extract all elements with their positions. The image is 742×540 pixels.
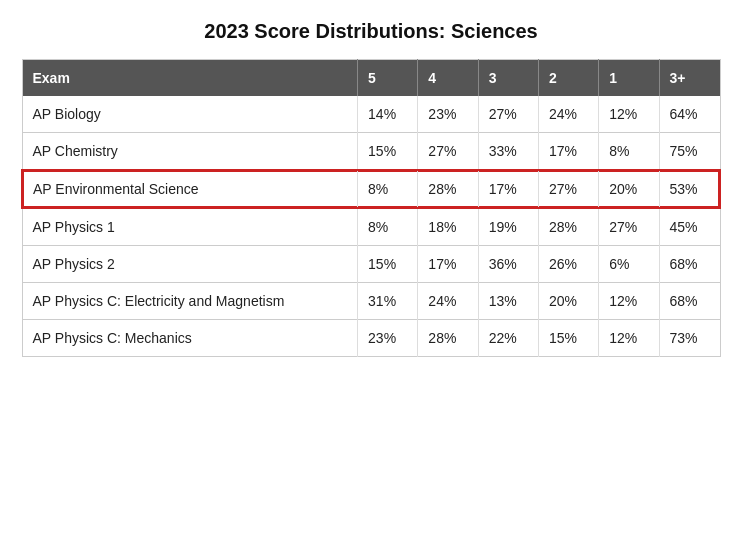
score-value: 13% [478,283,538,320]
score-value: 27% [418,133,478,171]
col-header-3: 3 [478,60,538,97]
exam-name: AP Physics C: Mechanics [22,320,358,357]
table-row: AP Chemistry15%27%33%17%8%75% [22,133,720,171]
score-value: 6% [599,246,659,283]
score-value: 36% [478,246,538,283]
score-value: 20% [599,170,659,208]
score-value: 28% [418,320,478,357]
exam-name: AP Physics C: Electricity and Magnetism [22,283,358,320]
col-header-2: 2 [538,60,598,97]
table-row: AP Biology14%23%27%24%12%64% [22,96,720,133]
score-value: 20% [538,283,598,320]
table-row: AP Physics 215%17%36%26%6%68% [22,246,720,283]
score-value: 19% [478,208,538,246]
score-value: 15% [538,320,598,357]
score-value: 12% [599,96,659,133]
score-value: 27% [538,170,598,208]
score-value: 8% [358,208,418,246]
score-value: 24% [538,96,598,133]
score-value: 23% [358,320,418,357]
page-title: 2023 Score Distributions: Sciences [21,20,721,43]
score-value: 75% [659,133,720,171]
score-value: 26% [538,246,598,283]
table-row: AP Physics C: Mechanics23%28%22%15%12%73… [22,320,720,357]
score-value: 18% [418,208,478,246]
score-value: 23% [418,96,478,133]
score-value: 15% [358,133,418,171]
exam-name: AP Biology [22,96,358,133]
score-value: 64% [659,96,720,133]
exam-name: AP Physics 1 [22,208,358,246]
score-value: 73% [659,320,720,357]
score-value: 68% [659,283,720,320]
score-value: 17% [478,170,538,208]
col-header-exam: Exam [22,60,358,97]
score-value: 68% [659,246,720,283]
table-row: AP Environmental Science8%28%17%27%20%53… [22,170,720,208]
col-header-5: 5 [358,60,418,97]
table-header-row: Exam543213+ [22,60,720,97]
score-value: 14% [358,96,418,133]
score-value: 24% [418,283,478,320]
col-header-4: 4 [418,60,478,97]
score-value: 53% [659,170,720,208]
table-row: AP Physics C: Electricity and Magnetism3… [22,283,720,320]
score-value: 28% [538,208,598,246]
score-value: 17% [418,246,478,283]
score-value: 45% [659,208,720,246]
score-value: 33% [478,133,538,171]
col-header-1: 1 [599,60,659,97]
table-row: AP Physics 18%18%19%28%27%45% [22,208,720,246]
score-value: 12% [599,283,659,320]
exam-name: AP Environmental Science [22,170,358,208]
score-value: 12% [599,320,659,357]
score-table: Exam543213+ AP Biology14%23%27%24%12%64%… [21,59,721,357]
score-value: 15% [358,246,418,283]
exam-name: AP Chemistry [22,133,358,171]
page-container: 2023 Score Distributions: Sciences Exam5… [21,20,721,357]
col-header-3+: 3+ [659,60,720,97]
score-value: 27% [478,96,538,133]
score-value: 28% [418,170,478,208]
score-value: 8% [599,133,659,171]
exam-name: AP Physics 2 [22,246,358,283]
score-value: 31% [358,283,418,320]
score-value: 27% [599,208,659,246]
score-value: 22% [478,320,538,357]
score-value: 17% [538,133,598,171]
score-value: 8% [358,170,418,208]
